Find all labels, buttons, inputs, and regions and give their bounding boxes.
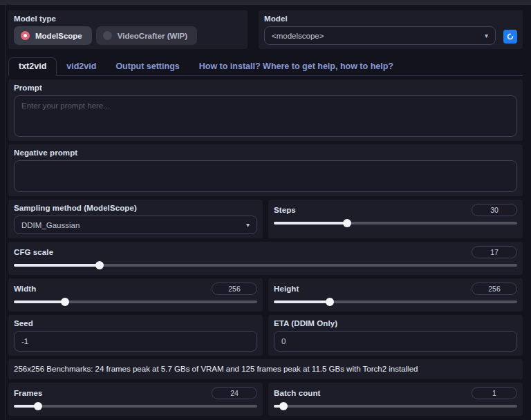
width-value-input[interactable]: 256 bbox=[212, 283, 257, 295]
tab-help[interactable]: How to install? Where to get help, how t… bbox=[189, 58, 403, 75]
radio-modelscope[interactable]: ModelScope bbox=[14, 26, 92, 45]
height-slider[interactable] bbox=[274, 298, 517, 306]
height-block: Height 256 bbox=[268, 278, 523, 312]
header-row: Model type ModelScope VideoCrafter (WIP)… bbox=[8, 10, 523, 49]
sampling-method-block: Sampling method (ModelScope) DDIM_Gaussi… bbox=[8, 200, 263, 238]
model-dropdown-value: <modelscope> bbox=[272, 32, 324, 40]
seed-label: Seed bbox=[14, 319, 257, 327]
steps-value-input[interactable]: 30 bbox=[472, 204, 517, 216]
batch-count-block: Batch count 1 bbox=[268, 383, 523, 416]
slider-handle[interactable] bbox=[326, 298, 334, 306]
sampling-steps-row: Sampling method (ModelScope) DDIM_Gaussi… bbox=[8, 200, 523, 238]
width-height-row: Width 256 Height 256 bbox=[8, 278, 523, 312]
width-slider[interactable] bbox=[14, 298, 257, 306]
negative-prompt-label: Negative prompt bbox=[14, 149, 517, 157]
seed-eta-row: Seed ETA (DDIM Only) bbox=[8, 315, 523, 356]
app-container: Model type ModelScope VideoCrafter (WIP)… bbox=[0, 5, 531, 416]
model-row: <modelscope> ▾ bbox=[264, 26, 517, 45]
width-block: Width 256 bbox=[8, 278, 263, 312]
eta-input[interactable] bbox=[274, 331, 517, 352]
model-type-label: Model type bbox=[14, 15, 242, 23]
slider-track bbox=[14, 405, 257, 408]
radio-modelscope-label: ModelScope bbox=[35, 32, 82, 40]
steps-label: Steps bbox=[274, 206, 296, 214]
model-label: Model bbox=[264, 15, 517, 23]
radio-unselected-icon bbox=[103, 31, 112, 40]
radio-videocrafter-label: VideoCrafter (WIP) bbox=[118, 32, 187, 40]
cfg-scale-block: CFG scale 17 bbox=[8, 242, 523, 275]
tab-output-settings[interactable]: Output settings bbox=[106, 58, 189, 75]
sampling-method-label: Sampling method (ModelScope) bbox=[14, 204, 257, 212]
tab-bar: txt2vid vid2vid Output settings How to i… bbox=[8, 57, 523, 76]
slider-handle[interactable] bbox=[95, 261, 104, 269]
cfg-scale-slider[interactable] bbox=[14, 261, 517, 269]
cfg-scale-label: CFG scale bbox=[14, 248, 53, 256]
page-left-border bbox=[6, 5, 6, 420]
model-panel: Model <modelscope> ▾ bbox=[259, 10, 523, 49]
model-dropdown[interactable]: <modelscope> ▾ bbox=[264, 26, 496, 45]
slider-fill bbox=[274, 300, 330, 303]
slider-handle[interactable] bbox=[343, 219, 351, 227]
height-value-input[interactable]: 256 bbox=[472, 283, 517, 295]
slider-handle[interactable] bbox=[61, 298, 69, 306]
refresh-models-button[interactable] bbox=[503, 30, 517, 44]
model-type-panel: Model type ModelScope VideoCrafter (WIP) bbox=[8, 10, 248, 49]
radio-selected-icon bbox=[21, 31, 30, 40]
frames-label: Frames bbox=[14, 389, 43, 397]
seed-input[interactable] bbox=[14, 331, 257, 352]
width-label: Width bbox=[14, 285, 36, 293]
sampling-method-dropdown[interactable]: DDIM_Gaussian ▾ bbox=[14, 216, 257, 234]
txt2vid-tab-content: Prompt Negative prompt Sampling method (… bbox=[8, 79, 523, 416]
negative-prompt-input[interactable] bbox=[14, 160, 517, 192]
slider-fill bbox=[274, 222, 347, 225]
benchmark-note-block: 256x256 Benchmarks: 24 frames peak at 5.… bbox=[8, 359, 523, 379]
slider-fill bbox=[14, 264, 100, 267]
cfg-scale-value-input[interactable]: 17 bbox=[472, 246, 517, 258]
negative-prompt-block: Negative prompt bbox=[8, 144, 523, 196]
tab-vid2vid[interactable]: vid2vid bbox=[57, 58, 106, 75]
slider-fill bbox=[14, 300, 65, 303]
radio-videocrafter[interactable]: VideoCrafter (WIP) bbox=[96, 26, 197, 45]
slider-handle[interactable] bbox=[34, 402, 42, 410]
seed-block: Seed bbox=[8, 315, 263, 356]
eta-label: ETA (DDIM Only) bbox=[274, 319, 517, 327]
height-label: Height bbox=[274, 285, 299, 293]
frames-batch-row: Frames 24 Batch count 1 bbox=[8, 383, 523, 416]
chevron-down-icon: ▾ bbox=[485, 32, 488, 39]
frames-block: Frames 24 bbox=[8, 383, 263, 416]
batch-count-slider[interactable] bbox=[274, 402, 517, 410]
refresh-icon bbox=[506, 32, 514, 41]
slider-track bbox=[274, 405, 517, 408]
prompt-input[interactable] bbox=[14, 95, 517, 137]
tab-txt2vid[interactable]: txt2vid bbox=[8, 57, 57, 76]
prompt-label: Prompt bbox=[14, 84, 517, 92]
eta-block: ETA (DDIM Only) bbox=[268, 315, 523, 356]
benchmark-note-text: 256x256 Benchmarks: 24 frames peak at 5.… bbox=[14, 363, 517, 375]
window-top-strip bbox=[0, 0, 531, 5]
model-type-radio-group: ModelScope VideoCrafter (WIP) bbox=[14, 26, 242, 45]
steps-block: Steps 30 bbox=[268, 200, 523, 238]
prompt-block: Prompt bbox=[8, 79, 523, 141]
frames-value-input[interactable]: 24 bbox=[212, 387, 257, 399]
steps-slider[interactable] bbox=[274, 219, 517, 227]
batch-count-value-input[interactable]: 1 bbox=[472, 387, 517, 399]
chevron-down-icon: ▾ bbox=[246, 221, 250, 229]
sampling-method-value: DDIM_Gaussian bbox=[21, 221, 80, 229]
batch-count-label: Batch count bbox=[274, 389, 321, 397]
frames-slider[interactable] bbox=[14, 402, 257, 410]
slider-handle[interactable] bbox=[279, 402, 288, 410]
